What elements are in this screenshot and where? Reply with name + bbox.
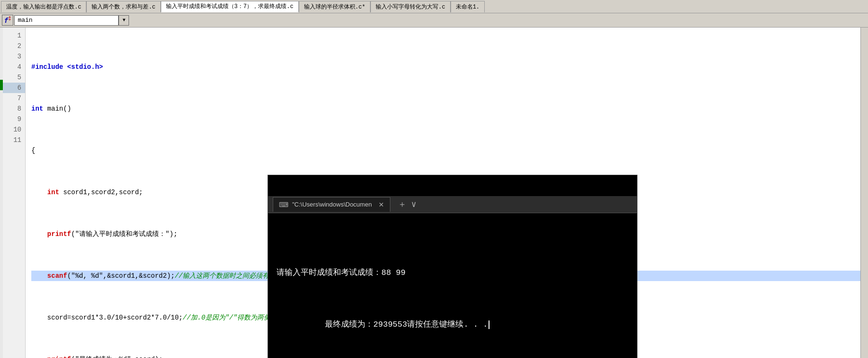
terminal-title: "C:\Users\windows\Documen [292, 199, 372, 210]
tab-wendu[interactable]: 温度，输入输出都是浮点数.c [1, 1, 86, 12]
line-number-7: 7 [3, 93, 25, 104]
line-number-5: 5 [3, 72, 25, 83]
terminal-window[interactable]: ⌨ "C:\Users\windows\Documen ✕ ＋ ∨ 请输入平时成… [268, 175, 637, 358]
line-number-3: 3 [3, 51, 25, 62]
line-number-8: 8 [3, 104, 25, 114]
line-number-11: 11 [3, 135, 25, 145]
terminal-tab-icon: ⌨ [279, 199, 288, 210]
code-content[interactable]: #include <stdio.h> int main() { int scor… [26, 28, 860, 358]
function-select[interactable]: main [14, 15, 119, 26]
tab-pinshi[interactable]: 输入平时成绩和考试成绩（3：7），求最终成绩.c [161, 1, 299, 12]
line-number-9: 9 [3, 114, 25, 124]
terminal-tab[interactable]: ⌨ "C:\Users\windows\Documen ✕ [273, 197, 390, 212]
terminal-output-line2: 最终成绩为：2939553请按任意键继续. . . [277, 305, 628, 344]
function-bar: f‡ main ▼ [0, 13, 868, 28]
terminal-output-line1: 请输入平时成绩和考试成绩：88 99 [277, 266, 628, 279]
terminal-close-button[interactable]: ✕ [379, 199, 384, 210]
terminal-add-button[interactable]: ＋ [398, 199, 406, 210]
code-line-2: int main() [31, 104, 860, 114]
tab-liangge[interactable]: 输入两个数，求和与差.c [86, 1, 160, 12]
line-number-1: 1 [3, 30, 25, 41]
function-select-arrow[interactable]: ▼ [119, 15, 129, 26]
line-number-6: 6 [3, 83, 25, 93]
tab-qiu[interactable]: 输入球的半径求体积.c* [299, 1, 371, 12]
tab-unnamed[interactable]: 未命名1. [451, 1, 485, 12]
tab-xiaoxie[interactable]: 输入小写字母转化为大写.c [370, 1, 450, 12]
terminal-cursor [489, 320, 489, 329]
line-number-10: 10 [3, 124, 25, 135]
terminal-body: 请输入平时成绩和考试成绩：88 99 最终成绩为：2939553请按任意键继续.… [268, 234, 637, 358]
vertical-scrollbar[interactable] [860, 28, 868, 358]
function-icon: f‡ [2, 15, 13, 26]
line-number-4: 4 [3, 62, 25, 72]
line-numbers: 1 2 3 4 5 6 7 8 9 10 11 [3, 28, 26, 358]
code-line-1: #include <stdio.h> [31, 62, 860, 72]
terminal-title-bar: ⌨ "C:\Users\windows\Documen ✕ ＋ ∨ [268, 196, 637, 213]
line-number-2: 2 [3, 41, 25, 51]
editor-area: 1 2 3 4 5 6 7 8 9 10 11 #include <stdio.… [0, 28, 868, 358]
code-line-3: { [31, 145, 860, 156]
terminal-dropdown-button[interactable]: ∨ [411, 199, 416, 210]
tab-bar: 温度，输入输出都是浮点数.c 输入两个数，求和与差.c 输入平时成绩和考试成绩（… [0, 0, 868, 13]
